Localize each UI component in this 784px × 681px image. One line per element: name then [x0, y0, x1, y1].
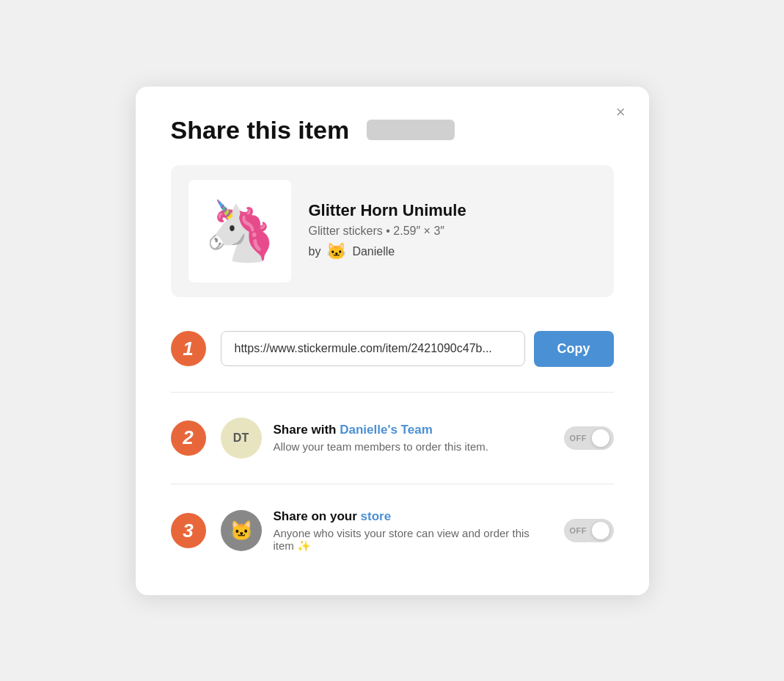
step2-title: Share with Danielle's Team [274, 423, 552, 437]
divider-2 [171, 484, 614, 484]
step2-title-plain: Share with [274, 423, 340, 437]
step2-content: DT Share with Danielle's Team Allow your… [221, 418, 614, 459]
copy-button[interactable]: Copy [534, 331, 614, 367]
step3-text: Share on your store Anyone who visits yo… [274, 509, 552, 553]
team-avatar: DT [221, 418, 262, 459]
step3-section: 3 🐱 Share on your store Anyone who visit… [171, 502, 614, 560]
step3-title-plain: Share on your [274, 509, 361, 523]
product-image: 🦄 [188, 180, 291, 283]
modal-header: Share this item [171, 116, 614, 145]
step2-section: 2 DT Share with Danielle's Team Allow yo… [171, 410, 614, 466]
step2-title-highlight: Danielle's Team [340, 423, 433, 437]
product-name: Glitter Horn Unimule [309, 201, 466, 220]
step2-toggle-label: OFF [570, 434, 587, 443]
product-emoji: 🦄 [203, 202, 276, 261]
step2-toggle-knob [592, 429, 609, 447]
author-prefix: by [309, 245, 321, 258]
close-button[interactable]: × [610, 101, 631, 123]
url-row: Copy [221, 331, 614, 367]
header-placeholder [367, 120, 455, 140]
step2-text: Share with Danielle's Team Allow your te… [274, 423, 552, 453]
step3-content: 🐱 Share on your store Anyone who visits … [221, 509, 614, 553]
step1-section: 1 Copy [171, 324, 614, 374]
step2-toggle[interactable]: OFF [564, 426, 614, 450]
author-icon: 🐱 [326, 242, 346, 261]
step3-toggle-label: OFF [570, 526, 587, 535]
share-modal: × Share this item 🦄 Glitter Horn Unimule… [136, 87, 649, 595]
author-name: Danielle [352, 245, 395, 258]
step2-badge: 2 [171, 420, 206, 456]
step3-description: Anyone who visits your store can view an… [274, 527, 552, 553]
product-info: Glitter Horn Unimule Glitter stickers • … [309, 201, 466, 261]
step1-badge: 1 [171, 331, 206, 366]
step3-badge: 3 [171, 513, 206, 548]
step3-title: Share on your store [274, 509, 552, 524]
product-meta: Glitter stickers • 2.59″ × 3″ [309, 225, 466, 238]
product-card: 🦄 Glitter Horn Unimule Glitter stickers … [171, 165, 614, 297]
product-author: by 🐱 Danielle [309, 242, 466, 261]
store-avatar: 🐱 [221, 510, 262, 551]
store-emoji: 🐱 [230, 520, 253, 542]
modal-title: Share this item [171, 116, 350, 145]
step3-toggle-knob [592, 522, 609, 539]
divider-1 [171, 392, 614, 393]
step3-title-highlight: store [361, 509, 392, 523]
share-url-input[interactable] [221, 331, 525, 366]
step3-toggle[interactable]: OFF [564, 519, 614, 542]
step2-description: Allow your team members to order this it… [274, 440, 552, 453]
